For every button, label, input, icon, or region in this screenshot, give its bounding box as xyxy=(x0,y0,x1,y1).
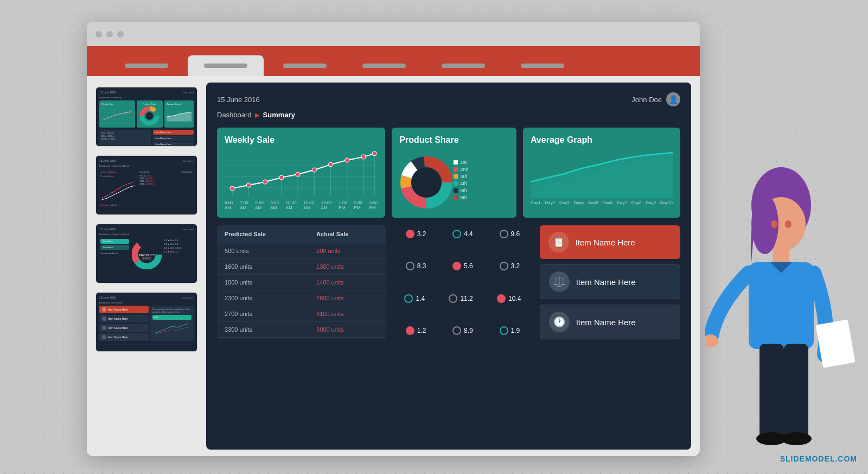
average-graph-x-axis: Day1 Day2 Day3 Day4 Day5 Day6 Day7 Day8 … xyxy=(531,200,673,205)
svg-point-34 xyxy=(230,186,234,191)
svg-rect-69 xyxy=(760,344,784,441)
dashboard-user: John Doe 👤 xyxy=(631,92,680,106)
metric-9-6-gray: 9.6 xyxy=(500,230,520,238)
svg-point-64 xyxy=(771,220,777,228)
items-panel: 📋 Item Name Here ⚖️ Item Name Here 🕐 Ite… xyxy=(540,225,680,339)
browser-dot-2 xyxy=(106,31,113,37)
svg-marker-14 xyxy=(167,112,192,121)
svg-point-38 xyxy=(296,172,300,176)
donut-chart xyxy=(399,155,448,204)
svg-rect-56 xyxy=(454,195,458,200)
metric-10-4-red: 10.4 xyxy=(497,294,521,303)
tab-1[interactable] xyxy=(108,55,184,76)
svg-rect-70 xyxy=(784,344,808,441)
svg-point-0 xyxy=(103,119,104,121)
tab-3[interactable] xyxy=(267,55,343,76)
metrics-row-3: 1.4 11.2 10.4 xyxy=(392,294,533,303)
tab-2-active[interactable] xyxy=(188,55,264,76)
legend-item-6th: 6th xyxy=(454,195,468,200)
metric-dot-gray-1 xyxy=(500,230,508,238)
svg-point-42 xyxy=(361,155,366,159)
table-row: 2300 units 2600 units xyxy=(217,290,386,306)
item-card-2[interactable]: ⚖️ Item Name Here xyxy=(540,264,680,299)
browser-content: 15 June 2016 John Doe ● Dashboard > Summ… xyxy=(87,76,700,456)
item-icon-2: ⚖️ xyxy=(549,271,570,292)
metric-dot-red-2 xyxy=(452,262,461,270)
svg-point-6 xyxy=(121,113,122,114)
browser-window: 15 June 2016 John Doe ● Dashboard > Summ… xyxy=(87,22,700,456)
actual-val-2: 1300 units xyxy=(309,259,386,275)
browser-dot-1 xyxy=(95,31,102,37)
item-icon-1: 📋 xyxy=(548,232,569,252)
table-row: 500 units 200 units xyxy=(217,243,386,259)
svg-point-43 xyxy=(372,151,376,156)
svg-point-72 xyxy=(781,432,812,445)
item-card-3[interactable]: 🕐 Item Name Here xyxy=(540,305,680,339)
weekly-sale-line-chart xyxy=(225,149,378,198)
tab-4[interactable] xyxy=(346,55,422,76)
product-share-title: Product Share xyxy=(399,135,509,145)
svg-point-2 xyxy=(108,117,110,118)
metric-5-6-red: 5.6 xyxy=(452,262,473,270)
branding: SLIDEMODEL.COM xyxy=(780,454,857,463)
thumbnail-4[interactable]: 15 June 2016 John Doe ● Dashboard > Item… xyxy=(95,292,197,352)
table-row: 3300 units 3900 units xyxy=(217,322,386,338)
tab-6[interactable] xyxy=(505,55,580,76)
thumbnail-2[interactable]: 15 June 2016 John Doe ● Dashboard > Sale… xyxy=(95,155,197,215)
thumbnails-panel: 15 June 2016 John Doe ● Dashboard > Summ… xyxy=(87,76,206,456)
table-row: 2700 units 3100 units xyxy=(217,306,386,322)
thumbnail-1[interactable]: 15 June 2016 John Doe ● Dashboard > Summ… xyxy=(95,87,197,147)
average-graph-area xyxy=(531,149,673,198)
metric-dot-teal-2 xyxy=(404,294,413,303)
product-share-content: 1st 2nd 3rd xyxy=(399,149,509,210)
predicted-val-3: 1000 units xyxy=(217,275,309,290)
item-icon-3: 🕐 xyxy=(549,312,570,332)
weekly-sale-chart: Weekly Sale xyxy=(217,128,385,218)
svg-text:SHARE: SHARE xyxy=(142,257,151,260)
item-label-1: Item Name Here xyxy=(576,238,635,247)
bottom-section: Predicted Sale Actual Sale 500 units 200… xyxy=(217,225,680,339)
item-label-3: Item Name Here xyxy=(576,318,636,327)
svg-point-40 xyxy=(329,162,333,167)
svg-point-9 xyxy=(131,111,132,112)
svg-point-5 xyxy=(118,113,119,115)
item-card-1[interactable]: 📋 Item Name Here xyxy=(540,225,680,259)
table-row: 1000 units 1400 units xyxy=(217,275,386,290)
metrics-row-1: 3.2 4.4 9.6 xyxy=(392,230,533,238)
dashboard-panel: 15 June 2016 John Doe 👤 Dashboard ▶ Summ… xyxy=(206,83,691,450)
actual-val-1: 200 units xyxy=(309,243,386,259)
dashboard-date: 15 June 2016 xyxy=(217,96,260,104)
metric-4-4-teal: 4.4 xyxy=(452,230,473,238)
metric-1-4-teal: 1.4 xyxy=(404,294,425,303)
metric-dot-gray-4 xyxy=(452,326,461,335)
svg-rect-60 xyxy=(749,262,814,349)
weekly-sale-x-axis: 6:00AM 7:00AM 8:00AM 9:00AM 10:00AM 11:0… xyxy=(225,200,378,210)
svg-point-7 xyxy=(124,112,125,113)
breadcrumb-home[interactable]: Dashboard xyxy=(217,111,252,119)
metric-dot-gray-2 xyxy=(406,262,414,270)
browser-chrome xyxy=(87,22,700,46)
product-share-legend: 1st 2nd 3rd xyxy=(454,160,468,200)
breadcrumb: Dashboard ▶ Summary xyxy=(217,111,680,119)
metrics-area: 3.2 4.4 9.6 xyxy=(392,225,533,339)
table-row: 1600 units 1300 units xyxy=(217,259,386,275)
metric-dot-red-3 xyxy=(497,294,506,303)
product-share-chart: Product Share xyxy=(392,128,516,218)
svg-point-36 xyxy=(263,180,267,184)
tab-5[interactable] xyxy=(425,55,501,76)
svg-point-1 xyxy=(105,118,106,119)
actual-val-5: 3100 units xyxy=(309,306,386,322)
metric-8-9-gray: 8.9 xyxy=(452,326,473,335)
metric-1-2-red: 1.2 xyxy=(406,326,426,335)
metric-11-2-gray: 11.2 xyxy=(449,294,473,303)
actual-val-3: 1400 units xyxy=(309,275,386,290)
dashboard-header: 15 June 2016 John Doe 👤 xyxy=(217,92,680,106)
predicted-val-5: 2700 units xyxy=(217,306,309,322)
browser-dot-3 xyxy=(117,31,124,37)
legend-item-4th: 4th xyxy=(454,181,468,186)
svg-point-35 xyxy=(246,183,251,187)
legend-item-2nd: 2nd xyxy=(454,167,468,172)
svg-point-3 xyxy=(112,116,113,117)
svg-point-37 xyxy=(279,175,284,180)
thumbnail-3[interactable]: 15 June 2016 John Doe ● Dashboard > Shar… xyxy=(95,224,197,283)
